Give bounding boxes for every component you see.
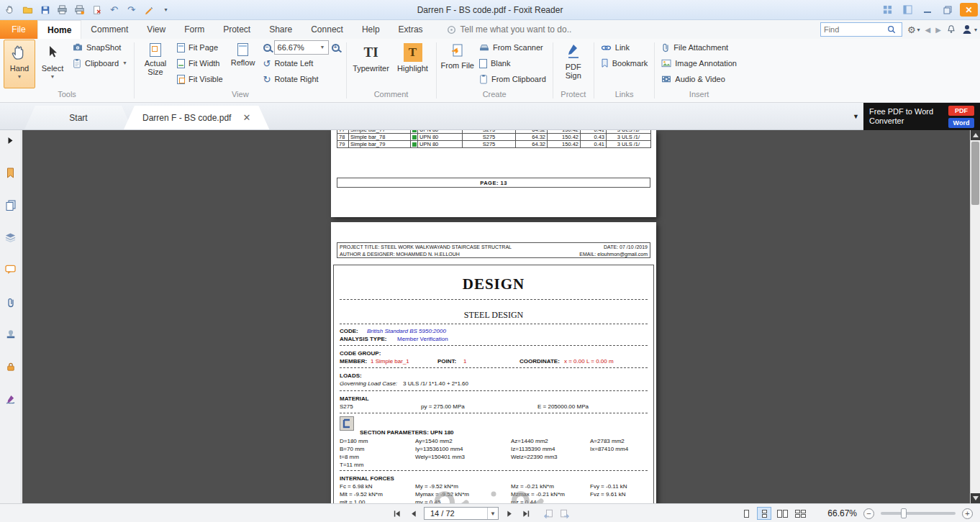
snapshot-button[interactable]: SnapShot (70, 40, 130, 55)
design-report-box: DESIGN STEEL DESIGN CODE: British Standa… (333, 265, 654, 503)
tab-comment[interactable]: Comment (81, 20, 137, 39)
facing-mode-button[interactable] (775, 507, 789, 520)
continuous-facing-mode-button[interactable] (793, 507, 807, 520)
zoom-out-button[interactable]: − (863, 508, 874, 519)
file-attachment-button[interactable]: File Attachment (658, 40, 740, 55)
pdf-sign-button[interactable]: PDF Sign (557, 40, 590, 88)
pages-panel-icon[interactable] (5, 199, 17, 211)
blank-button[interactable]: Blank (476, 55, 549, 71)
zoom-slider-thumb[interactable] (901, 508, 907, 518)
close-icon: ✕ (965, 5, 972, 15)
typewriter-button[interactable]: TI Typewriter (350, 40, 392, 88)
zoom-in-button[interactable]: + (962, 508, 973, 519)
next-view-button[interactable] (558, 508, 570, 519)
cell-num: 78 (337, 134, 349, 141)
link-button[interactable]: Link (598, 40, 651, 55)
select-button[interactable]: Select ▼ (37, 40, 68, 88)
find-input[interactable] (824, 25, 887, 34)
governing-value: 3 ULS /1/ 1*1.40 + 2*1.60 (403, 380, 468, 387)
comments-panel-icon[interactable] (5, 264, 17, 275)
expand-panel-icon[interactable] (5, 134, 17, 146)
bell-icon[interactable] (946, 24, 956, 35)
layers-panel-icon[interactable] (5, 232, 17, 243)
clipboard-button[interactable]: Clipboard ▼ (70, 55, 130, 71)
chevron-right-icon[interactable]: ▶ (935, 26, 941, 34)
zoom-level-combobox[interactable]: 66.67% ▼ (274, 40, 329, 55)
page-footer: PAGE: 13 (337, 178, 650, 188)
from-file-icon (450, 43, 465, 59)
tab-connect[interactable]: Connect (301, 20, 353, 39)
single-page-mode-button[interactable] (739, 507, 753, 520)
rotate-left-button[interactable]: ↺ Rotate Left (260, 55, 342, 71)
tab-home[interactable]: Home (37, 20, 81, 39)
last-page-button[interactable] (520, 508, 532, 519)
zoom-in-icon[interactable]: + (332, 44, 340, 52)
settings-button[interactable]: ⚙▾ (907, 24, 920, 35)
bookmarks-panel-icon[interactable] (5, 167, 17, 178)
fit-width-button[interactable]: Fit Width (174, 55, 225, 71)
vertical-scrollbar[interactable] (970, 130, 980, 503)
search-icon[interactable] (887, 25, 896, 34)
hand-label: Hand (10, 64, 29, 73)
stamps-panel-icon[interactable] (5, 329, 17, 340)
minimize-icon[interactable] (920, 3, 935, 17)
rotate-right-button[interactable]: ↻ Rotate Right (260, 71, 342, 87)
close-button[interactable]: ✕ (960, 3, 978, 17)
tab-share[interactable]: Share (260, 20, 301, 39)
fit-page-button[interactable]: Fit Page (174, 40, 225, 55)
previous-view-button[interactable] (543, 508, 555, 519)
tab-file[interactable]: File (0, 20, 37, 39)
view-history (543, 508, 570, 519)
hand-button[interactable]: Hand ▼ (4, 40, 35, 88)
window-controls: ✕ (879, 3, 978, 17)
document-canvas[interactable]: 77 Simple bar_77 UPN 80 S275 64.32 150.4… (22, 130, 970, 503)
tab-protect[interactable]: Protect (214, 20, 260, 39)
image-annotation-button[interactable]: Image Annotation (658, 55, 740, 71)
zoom-slider[interactable] (881, 512, 956, 515)
first-page-button[interactable] (391, 508, 402, 519)
section-profile-icon (340, 416, 354, 431)
previous-page-button[interactable] (407, 508, 419, 519)
security-panel-icon[interactable] (5, 361, 17, 372)
ribbon-group-view: Actual Size Fit Page Fit Width Fit Visib… (135, 39, 345, 102)
tab-extras[interactable]: Extras (389, 20, 432, 39)
zoom-out-icon[interactable]: − (263, 44, 271, 52)
fit-visible-button[interactable]: Fit Visible (174, 71, 225, 87)
tab-help[interactable]: Help (353, 20, 389, 39)
user-account-button[interactable]: ▾ (961, 24, 977, 35)
audio-video-button[interactable]: Audio & Video (658, 71, 740, 87)
panels-layout-icon[interactable] (899, 3, 915, 17)
continuous-mode-button[interactable] (757, 507, 771, 520)
scroll-down-icon[interactable] (971, 493, 980, 503)
page-number-box[interactable]: 14 / 72 ▼ (424, 507, 499, 520)
scrollbar-thumb[interactable] (971, 142, 979, 205)
pdf-to-word-banner[interactable]: Free PDF to Word Converter PDF Word (863, 103, 980, 130)
from-file-button[interactable]: From File (440, 40, 475, 88)
tab-start[interactable]: Start (24, 106, 132, 129)
bookmark-button[interactable]: Bookmark (598, 55, 651, 71)
from-scanner-button[interactable]: From Scanner (476, 40, 549, 55)
grid-view-icon[interactable] (879, 3, 895, 17)
highlight-button[interactable]: T Highlight (394, 40, 432, 88)
reflow-button[interactable]: Reflow (227, 40, 259, 88)
find-box[interactable] (820, 22, 902, 37)
table-row: 79 Simple bar_79 UPN 80 S275 64.32 150.4… (337, 141, 651, 148)
section-params-row-4: T=11 mm (340, 462, 648, 470)
chevron-left-icon[interactable]: ◀ (925, 26, 931, 34)
tab-view[interactable]: View (137, 20, 175, 39)
material-row: S275 py = 275.00 MPa E = 205000.00 MPa (340, 403, 648, 411)
tab-list-caret-icon[interactable]: ▼ (853, 113, 859, 120)
scroll-up-icon[interactable] (971, 130, 980, 140)
code-group-label: CODE GROUP: (340, 350, 381, 357)
from-clipboard-button[interactable]: From Clipboard (476, 71, 549, 87)
chevron-down-icon[interactable]: ▼ (487, 508, 498, 519)
actual-size-button[interactable]: Actual Size (138, 40, 173, 88)
attachments-panel-icon[interactable] (5, 296, 17, 308)
signature-panel-icon[interactable] (5, 393, 17, 405)
tab-form[interactable]: Form (175, 20, 214, 39)
restore-icon[interactable] (940, 3, 956, 17)
tab-document[interactable]: Darren F - BS code.pdf ✕ (124, 106, 269, 129)
close-tab-icon[interactable]: ✕ (242, 112, 250, 123)
tell-me-box[interactable]: Tell me what you want to do.. (447, 20, 572, 39)
next-page-button[interactable] (504, 508, 515, 519)
